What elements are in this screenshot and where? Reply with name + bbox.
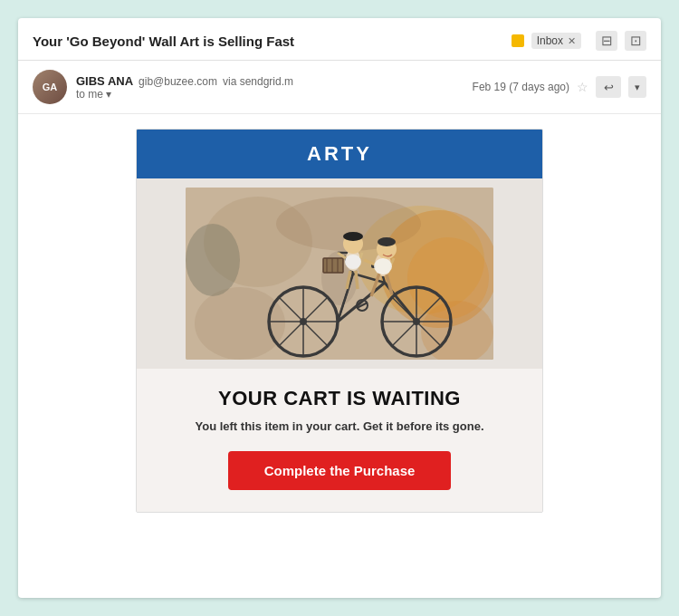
email-content: YOUR CART IS WAITING You left this item … (137, 369, 542, 512)
svg-line-42 (360, 253, 362, 258)
more-options-button[interactable]: ▾ (628, 76, 646, 98)
to-chevron-icon: ▾ (106, 88, 111, 101)
email-body: ARTY (18, 114, 661, 531)
product-image (186, 188, 493, 360)
to-me-label: to me ▾ (76, 88, 464, 101)
inbox-tag[interactable]: Inbox ✕ (531, 33, 581, 49)
inbox-label: Inbox (537, 34, 563, 47)
sender-via: via sendgrid.m (223, 75, 293, 88)
avatar-image: GA (33, 70, 67, 104)
brand-name: ARTY (307, 142, 372, 165)
sender-info: GIBS ANA gib@buzee.com via sendgrid.m to… (76, 74, 464, 101)
complete-purchase-button[interactable]: Complete the Purchase (228, 451, 452, 490)
bicycle-art-svg (186, 188, 493, 360)
svg-point-7 (186, 224, 240, 296)
svg-point-48 (378, 237, 396, 246)
star-icon[interactable]: ☆ (577, 80, 588, 94)
sender-email: gib@buzee.com (139, 75, 217, 88)
brand-header: ARTY (137, 130, 542, 178)
timestamp-area: Feb 19 (7 days ago) ☆ ↩ ▾ (473, 76, 646, 98)
svg-rect-34 (323, 258, 343, 273)
timestamp: Feb 19 (7 days ago) (473, 81, 569, 93)
svg-point-5 (195, 287, 285, 360)
svg-point-45 (345, 255, 361, 269)
sender-row: GA GIBS ANA gib@buzee.com via sendgrid.m… (18, 61, 661, 114)
email-subject: Your 'Go Beyond' Wall Art is Selling Fas… (33, 34, 504, 49)
sender-name: GIBS ANA (76, 74, 133, 88)
cart-title: YOUR CART IS WAITING (158, 387, 521, 410)
gmail-window: Your 'Go Beyond' Wall Art is Selling Fas… (18, 18, 661, 598)
email-subject-bar: Your 'Go Beyond' Wall Art is Selling Fas… (18, 18, 661, 61)
inbox-tag-close-icon[interactable]: ✕ (568, 35, 576, 47)
product-image-container (137, 178, 542, 369)
svg-point-40 (343, 232, 363, 241)
image-icon[interactable]: ⊡ (625, 31, 646, 51)
print-icon[interactable]: ⊟ (596, 31, 617, 51)
svg-line-44 (356, 271, 358, 289)
sender-name-row: GIBS ANA gib@buzee.com via sendgrid.m (76, 74, 464, 88)
svg-point-53 (374, 258, 392, 274)
inbox-icon (512, 34, 524, 47)
to-text: to me (76, 88, 103, 101)
avatar: GA (33, 70, 67, 104)
email-card: ARTY (136, 129, 543, 513)
reply-button[interactable]: ↩ (596, 76, 621, 98)
cart-subtitle: You left this item in your cart. Get it … (158, 419, 521, 433)
email-action-icons: ⊟ ⊡ (596, 31, 646, 51)
